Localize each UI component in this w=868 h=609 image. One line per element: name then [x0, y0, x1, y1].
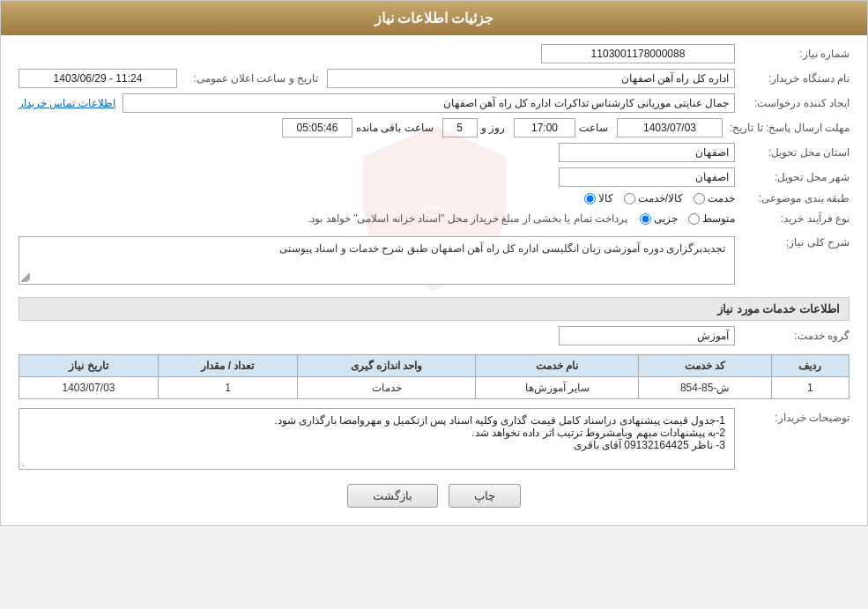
service-group-row: گروه خدمت: آموزش — [19, 326, 849, 345]
cell-service-code: ش-85-854 — [639, 377, 771, 399]
category-goods-radio[interactable] — [584, 193, 596, 204]
purchase-medium-radio[interactable] — [688, 213, 700, 225]
buyer-notes-label: توضیحات خریدار: — [735, 408, 849, 424]
category-option-service[interactable]: خدمت — [694, 192, 735, 204]
creator-value: جمال عنایتی موریانی کارشناس تداکرات ادار… — [122, 93, 735, 113]
need-desc-text: تجدیدبرگزاری دوره آموزشی زبان انگلیسی اد… — [279, 242, 725, 255]
cell-quantity: 1 — [159, 377, 298, 399]
category-goods-label: کالا — [598, 192, 613, 204]
footer-buttons: بازگشت چاپ — [19, 484, 849, 508]
buyer-notes-box: 1-جدول قیمت پیشنهادی دراسناد کامل قیمت گ… — [19, 408, 735, 470]
purchase-medium-label: متوسط — [702, 212, 735, 225]
delivery-city-label: شهر محل تحویل: — [735, 171, 849, 183]
announce-datetime-value: 1403/06/29 - 11:24 — [19, 69, 177, 88]
purchase-type-note: پرداخت تمام یا بخشی از مبلغ خریداز محل "… — [304, 210, 631, 227]
category-option-goods-service[interactable]: کالا/خدمت — [624, 192, 683, 204]
need-number-row: شماره نیاز: 1103001178000088 — [19, 44, 849, 63]
col-need-date: تاریخ نیاز — [19, 355, 159, 377]
need-desc-value: تجدیدبرگزاری دوره آموزشی زبان انگلیسی اد… — [19, 236, 735, 285]
need-desc-label: شرح کلی نیاز: — [735, 233, 849, 249]
purchase-minor-label: جزیی — [654, 212, 678, 225]
reply-time-label: ساعت — [575, 119, 612, 137]
category-label: طبقه بندی موضوعی: — [735, 192, 849, 204]
creator-row: ایجاد کننده درخواست: جمال عنایتی موریانی… — [19, 93, 849, 113]
reply-days-value: 5 — [442, 118, 478, 137]
delivery-city-value: اصفهان — [559, 167, 735, 187]
reply-remaining-value: 05:05:46 — [282, 118, 352, 137]
resize-handle[interactable] — [21, 273, 30, 282]
reply-remaining-label: ساعت باقی مانده — [352, 119, 437, 137]
buyer-org-announce-row: نام دستگاه خریدار: اداره کل راه آهن اصفه… — [19, 69, 849, 88]
delivery-province-row: استان محل تحویل: اصفهان — [19, 143, 849, 162]
category-radio-group: خدمت کالا/خدمت کالا — [584, 192, 735, 204]
service-group-label: گروه خدمت: — [735, 330, 849, 342]
reply-days-label: روز و — [478, 119, 508, 137]
buyer-org-label: نام دستگاه خریدار: — [735, 72, 849, 85]
table-row: 1 ش-85-854 سایر آموزش‌ها خدمات 1 1403/07… — [19, 377, 849, 399]
need-desc-row: شرح کلی نیاز: تجدیدبرگزاری دوره آموزشی ز… — [19, 233, 849, 288]
category-goods-service-label: کالا/خدمت — [638, 192, 683, 204]
category-service-label: خدمت — [708, 192, 735, 204]
buyer-notes-text: 1-جدول قیمت پیشنهادی دراسناد کامل قیمت گ… — [28, 414, 725, 451]
reply-date-value: 1403/07/03 — [617, 118, 723, 137]
table-header-row: ردیف کد خدمت نام خدمت واحد اندازه گیری ت… — [19, 355, 849, 377]
col-service-name: نام خدمت — [476, 355, 639, 377]
need-number-value: 1103001178000088 — [541, 44, 735, 63]
page-title: جزئیات اطلاعات نیاز — [1, 1, 867, 35]
creator-contact-link[interactable]: اطلاعات تماس خریدار — [19, 97, 115, 109]
buyer-notes-resize[interactable]: ⌞ — [21, 457, 26, 467]
purchase-type-medium[interactable]: متوسط — [688, 212, 735, 225]
purchase-minor-radio[interactable] — [640, 213, 651, 225]
delivery-province-value: اصفهان — [559, 143, 735, 162]
purchase-type-row: نوع فرآیند خرید: متوسط جزیی پرداخت تمام … — [19, 210, 849, 227]
reply-time-value: 17:00 — [514, 118, 575, 137]
reply-deadline-label: مهلت ارسال پاسخ: تا تاریخ: — [723, 122, 849, 134]
cell-row-num: 1 — [771, 377, 849, 399]
cell-need-date: 1403/07/03 — [19, 377, 159, 399]
delivery-city-row: شهر محل تحویل: اصفهان — [19, 167, 849, 187]
need-number-label: شماره نیاز: — [735, 48, 849, 60]
category-service-radio[interactable] — [694, 193, 705, 204]
col-unit: واحد اندازه گیری — [297, 355, 475, 377]
purchase-type-radio-group: متوسط جزیی — [640, 212, 735, 225]
category-row: طبقه بندی موضوعی: خدمت کالا/خدمت کالا — [19, 192, 849, 204]
category-option-goods[interactable]: کالا — [584, 192, 613, 204]
service-group-value: آموزش — [559, 326, 735, 345]
buyer-notes-row: توضیحات خریدار: 1-جدول قیمت پیشنهادی درا… — [19, 408, 849, 470]
services-table: ردیف کد خدمت نام خدمت واحد اندازه گیری ت… — [19, 354, 849, 399]
category-goods-service-radio[interactable] — [624, 193, 635, 204]
print-button[interactable]: چاپ — [449, 484, 521, 508]
announce-datetime-label: تاریخ و ساعت اعلان عمومی: — [177, 72, 318, 85]
col-row-num: ردیف — [771, 355, 849, 377]
reply-deadline-row: مهلت ارسال پاسخ: تا تاریخ: 1403/07/03 سا… — [19, 118, 849, 137]
purchase-type-label: نوع فرآیند خرید: — [735, 212, 849, 225]
cell-unit: خدمات — [297, 377, 475, 399]
services-table-section: ردیف کد خدمت نام خدمت واحد اندازه گیری ت… — [19, 354, 849, 399]
col-quantity: تعداد / مقدار — [159, 355, 298, 377]
delivery-province-label: استان محل تحویل: — [735, 146, 849, 159]
col-service-code: کد خدمت — [639, 355, 771, 377]
buyer-org-value: اداره کل راه آهن اصفهان — [327, 69, 735, 88]
purchase-type-minor[interactable]: جزیی — [640, 212, 678, 225]
back-button[interactable]: بازگشت — [347, 484, 438, 508]
cell-service-name: سایر آموزش‌ها — [476, 377, 639, 399]
creator-label: ایجاد کننده درخواست: — [735, 97, 849, 109]
service-info-section-title: اطلاعات خدمات مورد نیاز — [19, 297, 849, 321]
